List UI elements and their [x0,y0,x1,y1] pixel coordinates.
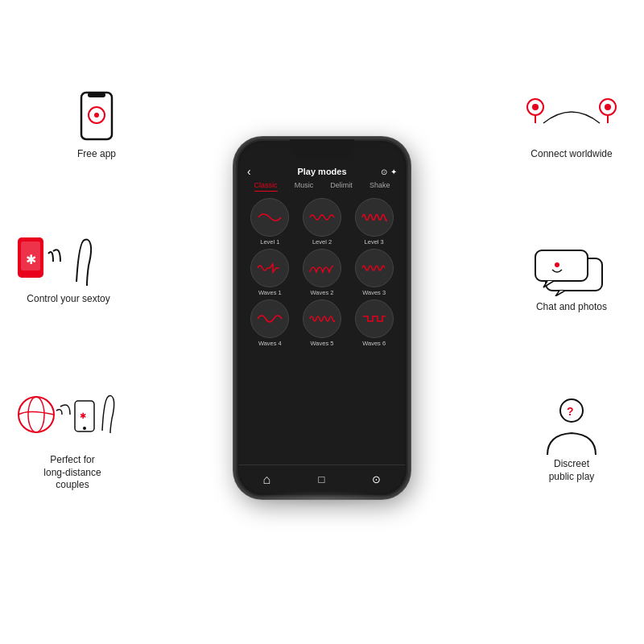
back-button[interactable]: ‹ [247,165,251,178]
nav-home-icon[interactable]: ⌂ [263,473,271,487]
free-app-label: Free app [77,148,116,161]
worldwide-icon-wrap [515,89,628,145]
mode-circle-level2 [303,198,341,237]
phone-body: ‹ Play modes ⊙ ✦ Classic Music Delimit S… [233,137,411,499]
mode-circle-waves3 [355,249,394,287]
tab-classic[interactable]: Classic [254,181,278,192]
svg-point-3 [94,113,99,118]
feature-chat: Chat and photos [515,242,628,314]
svg-point-7 [19,397,54,432]
phone-screen: ‹ Play modes ⊙ ✦ Classic Music Delimit S… [239,142,405,493]
phone-reflection [250,491,394,507]
mode-waves6[interactable]: Waves 6 [349,299,398,347]
svg-point-10 [83,427,86,430]
bluetooth-icon: ✦ [390,167,397,176]
phone-notch [290,139,354,159]
phone: ‹ Play modes ⊙ ✦ Classic Music Delimit S… [233,137,411,507]
mode-level1[interactable]: Level 1 [246,198,295,246]
bottom-nav: ⌂ □ ⊙ [239,464,405,493]
mode-level3[interactable]: Level 3 [349,198,398,246]
svg-text:✱: ✱ [80,411,86,420]
couples-icon-wrap: ✱ [12,386,133,451]
chat-label: Chat and photos [536,301,607,314]
feature-worldwide: Connect worldwide [515,89,628,161]
control-icon-wrap: ✱ [16,233,121,290]
svg-point-15 [605,104,611,110]
svg-text:?: ? [567,405,574,418]
discreet-label: Discreet public play [549,458,595,483]
mode-circle-waves5 [303,299,341,338]
mode-label-waves3: Waves 3 [362,289,386,296]
svg-rect-17 [535,250,588,281]
profile-icon: ⊙ [381,167,387,176]
mode-label-waves1: Waves 1 [258,289,282,296]
mode-waves1[interactable]: Waves 1 [246,249,295,296]
mode-label-level2: Level 2 [312,238,332,246]
mode-circle-waves1 [250,249,289,287]
tab-delimit[interactable]: Delimit [330,181,353,192]
feature-free-app: Free app [44,89,149,161]
svg-rect-1 [88,93,105,97]
mode-circle-waves4 [250,299,289,338]
mode-circle-level1 [250,198,289,237]
mode-label-level1: Level 1 [260,238,279,246]
mode-label-waves5: Waves 5 [311,340,334,347]
mode-waves5[interactable]: Waves 5 [298,299,347,347]
free-app-icon-wrap [68,89,125,145]
mode-circle-level3 [355,198,394,237]
mode-waves2[interactable]: Waves 2 [298,249,347,296]
mode-circle-waves6 [355,299,394,338]
svg-point-13 [532,104,539,110]
mode-label-waves4: Waves 4 [258,340,282,347]
feature-discreet: ? Discreet public play [515,394,628,483]
modes-grid: Level 1 Level 2 [239,195,405,350]
feature-control: ✱ Control your sextoy [16,233,121,306]
mode-circle-waves2 [303,249,341,287]
mode-label-waves2: Waves 2 [311,289,334,296]
mode-waves4[interactable]: Waves 4 [246,299,295,347]
tabs-row: Classic Music Delimit Shake [239,180,405,195]
mode-label-waves6: Waves 6 [362,340,386,347]
couples-label: Perfect for long-distance couples [43,454,101,492]
nav-profile-icon[interactable]: ⊙ [372,473,381,485]
screen-header: ‹ Play modes ⊙ ✦ [239,160,405,180]
mode-level2[interactable]: Level 2 [298,198,347,246]
mode-waves3[interactable]: Waves 3 [349,249,398,296]
svg-text:✱: ✱ [26,253,36,266]
svg-point-18 [555,262,559,267]
chat-icon-wrap [515,242,628,298]
worldwide-label: Connect worldwide [530,148,612,161]
discreet-icon-wrap: ? [515,394,628,455]
mode-label-level3: Level 3 [365,238,384,246]
tab-music[interactable]: Music [295,181,314,192]
screen-content: ‹ Play modes ⊙ ✦ Classic Music Delimit S… [239,160,405,493]
nav-chat-icon[interactable]: □ [318,473,324,485]
header-icons: ⊙ ✦ [381,167,397,176]
control-label: Control your sextoy [27,293,109,306]
feature-couples: ✱ Perfect for long-distance couples [12,386,133,492]
svg-point-8 [28,397,44,432]
tab-shake[interactable]: Shake [369,181,390,192]
screen-title: Play modes [297,167,346,176]
